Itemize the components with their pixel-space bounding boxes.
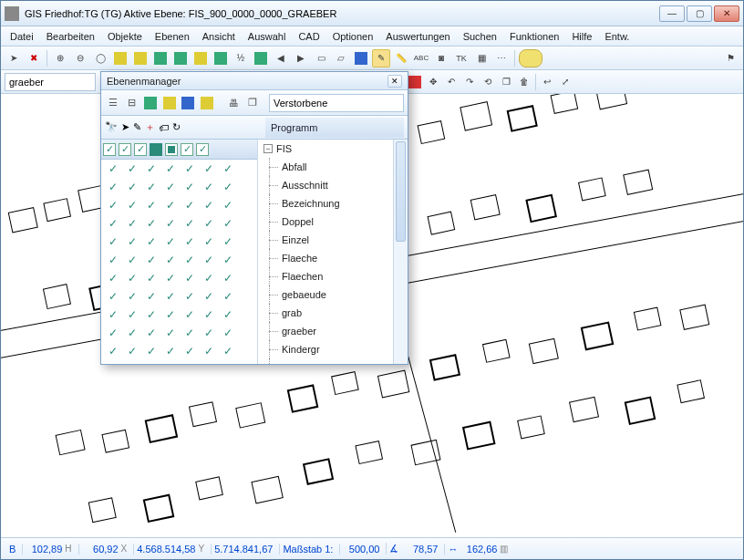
tick-icon[interactable]: ✓ <box>124 345 140 358</box>
menu-auswertungen[interactable]: Auswertungen <box>380 29 455 44</box>
half-icon[interactable]: ½ <box>232 49 250 67</box>
menu-objekte[interactable]: Objekte <box>102 29 148 44</box>
plus-icon[interactable]: ＋ <box>145 120 155 134</box>
tick-icon[interactable]: ✓ <box>162 181 179 193</box>
fit-icon[interactable]: ⤢ <box>556 73 574 91</box>
menu-datei[interactable]: Datei <box>5 29 39 44</box>
col-outline-checkbox[interactable] <box>165 143 178 156</box>
maximize-button[interactable]: ▢ <box>687 5 712 22</box>
tick-icon[interactable]: ✓ <box>143 363 160 364</box>
copy-icon[interactable]: ❐ <box>497 73 515 91</box>
highlight-icon[interactable]: ✎ <box>372 49 390 67</box>
undo-icon[interactable]: ↩ <box>538 73 556 91</box>
menu-ebenen[interactable]: Ebenen <box>150 29 195 44</box>
tick-icon[interactable]: ✓ <box>201 181 217 193</box>
rotate-icon[interactable]: ⟲ <box>479 73 497 91</box>
tick-icon[interactable]: ✓ <box>220 235 236 248</box>
tick-icon[interactable]: ✓ <box>124 290 140 303</box>
tick-icon[interactable]: ✓ <box>105 345 121 358</box>
zoom-out-icon[interactable]: ⊖ <box>71 49 89 67</box>
layer-yellow-icon[interactable] <box>161 95 178 111</box>
pointer-tool-icon[interactable]: ➤ <box>5 49 23 67</box>
tick-icon[interactable]: ✓ <box>162 235 179 248</box>
tick-icon[interactable]: ✓ <box>124 235 140 248</box>
tick-icon[interactable]: ✓ <box>105 272 121 285</box>
tree-body[interactable]: − FIS AbfallAusschnittBezeichnungDoppelE… <box>258 140 408 364</box>
tick-icon[interactable]: ✓ <box>143 290 160 303</box>
menu-optionen[interactable]: Optionen <box>327 29 379 44</box>
tree-item[interactable]: Bezeichnung <box>258 194 408 213</box>
tick-icon[interactable]: ✓ <box>162 363 179 364</box>
col-label-checkbox[interactable] <box>181 143 193 156</box>
layer-icon-5[interactable] <box>191 49 210 67</box>
tick-icon[interactable]: ✓ <box>105 162 121 175</box>
menu-auswahl[interactable]: Auswahl <box>243 29 292 44</box>
tree-item[interactable]: gebaeude <box>258 285 408 304</box>
close-button[interactable]: ✕ <box>714 5 739 22</box>
col-fill-checkbox[interactable] <box>150 143 162 156</box>
flag-icon[interactable]: ⚑ <box>721 49 739 67</box>
tree-item[interactable]: Kindergr <box>258 340 408 358</box>
tree-item[interactable]: Flaeche <box>258 249 408 267</box>
menu-bearbeiten[interactable]: Bearbeiten <box>41 29 100 44</box>
tree-item[interactable]: Doppel <box>258 213 408 231</box>
programm-header[interactable]: Programm <box>265 118 404 138</box>
tick-icon[interactable]: ✓ <box>201 235 217 248</box>
tick-icon[interactable]: ✓ <box>143 181 160 193</box>
tick-icon[interactable]: ✓ <box>162 290 179 303</box>
tick-icon[interactable]: ✓ <box>162 162 179 175</box>
tick-icon[interactable]: ✓ <box>220 181 236 193</box>
tick-icon[interactable]: ✓ <box>181 254 198 266</box>
select-poly-icon[interactable]: ▱ <box>332 49 350 67</box>
tick-icon[interactable]: ✓ <box>105 217 121 230</box>
tick-icon[interactable]: ✓ <box>181 327 198 339</box>
tick-icon[interactable]: ✓ <box>124 308 140 321</box>
col-visible-checkbox[interactable] <box>103 143 116 156</box>
layer-green-icon[interactable] <box>142 95 159 111</box>
tick-icon[interactable]: ✓ <box>143 162 160 175</box>
print-icon[interactable]: 🖶 <box>226 95 243 111</box>
tick-icon[interactable]: ✓ <box>201 308 217 321</box>
delete-icon[interactable]: ✖ <box>25 49 43 67</box>
tree-item[interactable]: graeber <box>258 322 408 340</box>
pencil-icon[interactable]: ✎ <box>133 121 141 133</box>
layer-icon-6[interactable] <box>212 49 230 67</box>
tree-item[interactable]: Abfall <box>258 158 408 176</box>
tick-icon[interactable]: ✓ <box>220 290 236 303</box>
tick-icon[interactable]: ✓ <box>162 327 179 339</box>
tick-icon[interactable]: ✓ <box>105 290 121 303</box>
tick-icon[interactable]: ✓ <box>181 363 198 364</box>
col-edit-checkbox[interactable] <box>134 143 147 156</box>
tick-icon[interactable]: ✓ <box>201 162 217 175</box>
tick-icon[interactable]: ✓ <box>201 345 217 358</box>
tick-icon[interactable]: ✓ <box>220 254 236 266</box>
tick-icon[interactable]: ✓ <box>201 327 217 339</box>
dialog-close-button[interactable]: ✕ <box>388 75 402 88</box>
tag-icon[interactable]: 🏷 <box>159 122 169 133</box>
select-rect-icon[interactable]: ▭ <box>312 49 330 67</box>
tick-icon[interactable]: ✓ <box>105 181 121 193</box>
tick-icon[interactable]: ✓ <box>124 162 140 175</box>
layer-icon-2[interactable] <box>131 49 150 67</box>
tick-icon[interactable]: ✓ <box>162 308 179 321</box>
tick-icon[interactable]: ✓ <box>201 290 217 303</box>
zoom-extent-icon[interactable]: ◯ <box>91 49 109 67</box>
menu-cad[interactable]: CAD <box>293 29 325 44</box>
tick-icon[interactable]: ✓ <box>105 327 121 339</box>
tick-icon[interactable]: ✓ <box>220 363 236 364</box>
rotate-left-icon[interactable]: ↶ <box>442 73 460 91</box>
tk-icon[interactable]: TK <box>452 49 470 67</box>
layer-icon-7[interactable] <box>252 49 270 67</box>
ruler-icon[interactable]: 📏 <box>392 49 410 67</box>
tick-icon[interactable]: ✓ <box>181 162 198 175</box>
arrow-right-icon[interactable]: ▶ <box>292 49 310 67</box>
menu-entw[interactable]: Entw. <box>599 29 635 44</box>
select-icon[interactable] <box>352 49 370 67</box>
tick-icon[interactable]: ✓ <box>181 199 198 212</box>
copy-icon[interactable]: ❐ <box>244 95 261 111</box>
tick-icon[interactable]: ✓ <box>143 217 160 230</box>
layer-icon-4[interactable] <box>171 49 190 67</box>
tick-icon[interactable]: ✓ <box>201 363 217 364</box>
list-icon[interactable]: ☰ <box>105 95 121 111</box>
tick-icon[interactable]: ✓ <box>181 345 198 358</box>
